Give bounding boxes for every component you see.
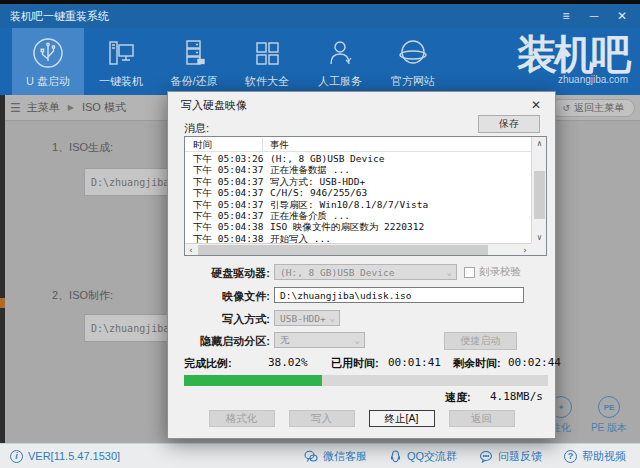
pe-icon: PE — [598, 396, 620, 418]
desktop-speck — [0, 298, 5, 308]
logo-domain: zhuangjiba.com — [496, 74, 628, 85]
log-col-time: 时间 — [193, 139, 212, 152]
verify-label: 刻录校验 — [479, 265, 521, 279]
info-icon: i — [10, 450, 23, 463]
close-icon[interactable]: ✕ — [610, 6, 634, 26]
write-button[interactable]: 写入 — [289, 410, 355, 427]
logo-text: 装机吧 — [496, 32, 628, 76]
status-bar: i VER[11.5.47.1530] 微信客服 — [0, 443, 640, 468]
column-divider — [262, 138, 263, 151]
iso-generate-label: 1、ISO生成: — [52, 140, 113, 155]
speed-label: 速度: — [445, 390, 471, 405]
write-mode-select[interactable]: USB-HDD+ ⌄ — [274, 310, 340, 326]
desktop-sliver — [0, 95, 5, 443]
chevron-down-icon: ⌄ — [330, 313, 335, 323]
main-nav: U 盘启动 一键装机 — [0, 28, 640, 95]
return-button[interactable]: 返回 — [449, 410, 515, 427]
scroll-right-icon[interactable]: › — [519, 244, 531, 256]
nav-label: U 盘启动 — [26, 74, 70, 89]
quick-boot-button[interactable]: 便捷启动 — [444, 332, 517, 350]
hidden-partition-select[interactable]: 无 ⌄ — [274, 332, 365, 348]
window-title: 装机吧一键重装系统 — [10, 9, 109, 24]
wechat-icon — [304, 450, 318, 463]
backup-icon — [176, 35, 212, 71]
horizontal-scrollbar[interactable]: ‹ › — [185, 243, 531, 255]
log-row: 下午 05:04:37写入方式: USB-HDD+ — [185, 176, 531, 187]
save-button[interactable]: 保存 — [478, 115, 540, 133]
usb-icon — [30, 35, 66, 71]
software-grid-icon — [249, 35, 285, 71]
scrollbar-corner — [531, 243, 546, 255]
dialog-close-icon[interactable]: ✕ — [527, 96, 545, 114]
verify-checkbox[interactable] — [464, 267, 475, 278]
nav-item-backup-restore[interactable]: 备份/还原 — [158, 28, 230, 95]
help-icon: ? — [564, 450, 577, 463]
remain-label: 剩余时间: — [453, 356, 501, 371]
log-row: 下午 05:03:26(H:, 8 GB)USB Device — [185, 153, 531, 164]
help-video-link[interactable]: ? 帮助视频 — [564, 449, 626, 464]
feedback-link[interactable]: 问题反馈 — [479, 449, 542, 464]
elapsed-value: 00:01:41 — [388, 356, 441, 369]
nav-label: 官方网站 — [391, 74, 435, 89]
window-controls: ≡ ─ ✕ — [554, 4, 634, 28]
remain-value: 00:02:44 — [508, 356, 561, 369]
format-button[interactable]: 格式化 — [209, 410, 275, 427]
scroll-down-icon[interactable]: ∨ — [532, 231, 547, 243]
log-row: 下午 05:04:37C/H/S: 946/255/63 — [185, 187, 531, 198]
dialog-buttons: 格式化 写入 终止[A] 返回 — [168, 410, 555, 427]
breadcrumb-separator-icon: ▶ — [68, 103, 74, 112]
nav-item-software[interactable]: 软件大全 — [231, 28, 303, 95]
drive-select[interactable]: (H:, 8 GB)USB Device ⌄ — [274, 264, 457, 280]
nav-item-usb-boot[interactable]: U 盘启动 — [12, 28, 84, 95]
log-row: 下午 05:04:37正在准备数据 ... — [185, 164, 531, 175]
image-file-label: 映像文件: — [170, 289, 270, 304]
nav-item-official-site[interactable]: 官方网站 — [377, 28, 449, 95]
back-arrow-icon: ↺ — [562, 103, 570, 113]
nav-item-support[interactable]: 人工服务 — [304, 28, 376, 95]
progress-fill — [184, 375, 322, 386]
chevron-down-icon: ⌄ — [447, 267, 452, 277]
percent-value: 38.02% — [268, 356, 308, 369]
hamburger-icon[interactable]: ☰ — [10, 101, 21, 115]
abort-button[interactable]: 终止[A] — [369, 410, 435, 427]
image-file-input[interactable]: D:\zhuangjiba\udisk.iso — [274, 287, 524, 303]
drive-label: 硬盘驱动器: — [170, 266, 270, 281]
wechat-support-link[interactable]: 微信客服 — [304, 449, 367, 464]
horizontal-scroll-thumb[interactable] — [198, 245, 488, 255]
version-text: VER[11.5.47.1530] — [28, 450, 120, 462]
qq-icon — [389, 450, 402, 463]
breadcrumb-current: ISO 模式 — [82, 100, 126, 115]
chevron-down-icon: ⌄ — [355, 335, 360, 345]
breadcrumb-root[interactable]: 主菜单 — [27, 100, 60, 115]
scroll-left-icon[interactable]: ‹ — [185, 244, 197, 256]
person-icon — [322, 35, 358, 71]
speed-value: 4.18MB/s — [490, 390, 543, 403]
vertical-scroll-thumb[interactable] — [534, 171, 545, 219]
brand-logo: 装机吧 zhuangjiba.com — [496, 32, 628, 85]
log-rows: 下午 05:03:26(H:, 8 GB)USB Device 下午 05:04… — [185, 153, 531, 244]
message-label: 消息: — [184, 121, 209, 136]
hidden-partition-label: 隐藏启动分区: — [170, 334, 270, 349]
menu-icon[interactable]: ≡ — [554, 6, 578, 26]
pe-version-tool[interactable]: PE PE 版本 — [586, 396, 632, 435]
qq-group-link[interactable]: QQ交流群 — [389, 449, 457, 464]
app-window: 装机吧一键重装系统 ≡ ─ ✕ U 盘启动 — [0, 0, 640, 468]
scroll-up-icon[interactable]: ∧ — [532, 137, 547, 149]
percent-label: 完成比例: — [184, 356, 232, 371]
log-col-event: 事件 — [270, 139, 289, 152]
computer-icon — [103, 35, 139, 71]
event-log-list[interactable]: 时间 事件 下午 05:03:26(H:, 8 GB)USB Device 下午… — [184, 136, 547, 256]
iso-make-label: 2、ISO制作: — [52, 288, 113, 303]
log-row: 下午 05:04:38ISO 映像文件的扇区数为 2220312 — [185, 221, 531, 232]
vertical-scrollbar[interactable]: ∧ ∨ — [531, 137, 546, 243]
nav-item-one-key-install[interactable]: 一键装机 — [85, 28, 157, 95]
progress-bar — [184, 375, 548, 386]
elapsed-label: 已用时间: — [331, 356, 379, 371]
minimize-icon[interactable]: ─ — [582, 6, 606, 26]
feedback-bubble-icon — [479, 450, 493, 463]
log-row: 下午 05:04:37正在准备介质 ... — [185, 210, 531, 221]
globe-icon — [395, 35, 431, 71]
version-info: i VER[11.5.47.1530] — [10, 450, 120, 463]
verify-checkbox-row[interactable]: 刻录校验 — [464, 265, 521, 279]
back-to-main-menu-button[interactable]: ↺ 返回主菜单 — [551, 99, 635, 117]
